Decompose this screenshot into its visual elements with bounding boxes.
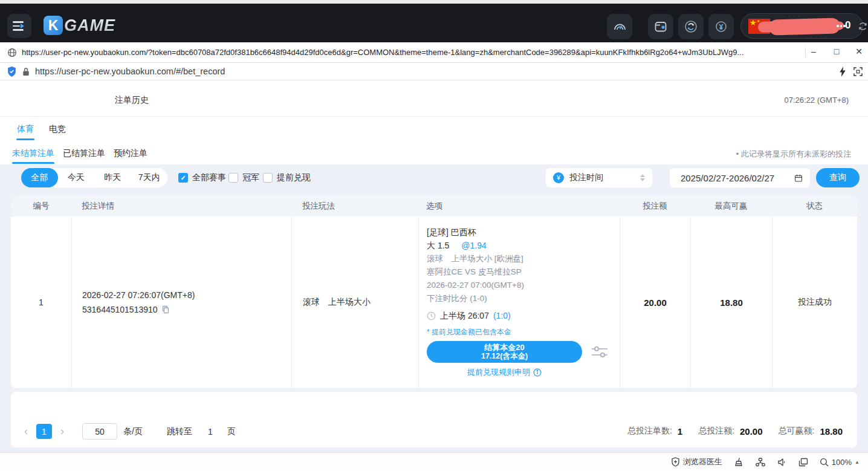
maximize-button[interactable]: □ bbox=[828, 47, 846, 56]
copy-icon[interactable] bbox=[161, 305, 170, 314]
cell-play: 滚球 上半场大小 bbox=[291, 216, 418, 388]
total-win-label: 总可赢额: bbox=[779, 426, 815, 437]
filter-today-button[interactable]: 今天 bbox=[58, 168, 95, 187]
app-topbar: K GAME ★ ★ 0 bbox=[0, 4, 868, 42]
cashout-button[interactable]: 结算本金20 17.12(含本金) bbox=[427, 341, 582, 363]
cashout-note: * 提前兑现金额已包含本金 bbox=[427, 327, 614, 337]
footer-card: ‹ 1 › 条/页 跳转至 1 页 总投注单数: 1 总投注额: 20.00 总… bbox=[11, 392, 857, 447]
cleaner-button[interactable] bbox=[734, 457, 743, 467]
option-odds: @1.94 bbox=[461, 239, 486, 252]
mute-tab-button[interactable] bbox=[777, 458, 787, 467]
live-period: 上半场 26:07 bbox=[440, 309, 489, 322]
header-maxwin: 最高可赢 bbox=[690, 195, 772, 216]
sort-arrows-icon bbox=[640, 174, 645, 181]
cascade-windows-button[interactable] bbox=[798, 458, 808, 467]
subtab-reserved[interactable]: 预约注单 bbox=[114, 148, 147, 159]
account-pill[interactable]: ★ ★ 0 bbox=[740, 13, 863, 39]
subtab-active-underline bbox=[12, 162, 54, 164]
next-page-button[interactable]: › bbox=[56, 425, 69, 438]
menu-toggle-button[interactable] bbox=[7, 14, 31, 38]
tab-esports[interactable]: 电竞 bbox=[49, 124, 66, 135]
cell-no: 1 bbox=[11, 216, 71, 388]
header-stake: 投注额 bbox=[620, 195, 690, 216]
balance-refresh-icon[interactable] bbox=[857, 21, 868, 34]
cashout-sliders-icon[interactable] bbox=[591, 345, 609, 359]
info-icon[interactable] bbox=[533, 368, 542, 377]
share-button[interactable] bbox=[755, 458, 766, 467]
caret-up-icon: ▲ bbox=[855, 460, 860, 465]
filter-yesterday-button[interactable]: 昨天 bbox=[94, 168, 131, 187]
pagination: ‹ 1 › 条/页 跳转至 1 页 bbox=[19, 423, 236, 440]
search-button[interactable]: 查询 bbox=[816, 168, 860, 187]
header-option: 选项 bbox=[418, 195, 620, 216]
tab-sports[interactable]: 体育 bbox=[17, 124, 34, 135]
checkbox-checked-icon: ✓ bbox=[178, 173, 188, 183]
per-page-label: 条/页 bbox=[123, 426, 143, 437]
calendar-icon bbox=[794, 173, 803, 183]
currency-exchange-button[interactable] bbox=[708, 14, 734, 39]
window-title-url: https://user-pc-new.youbaokun.com/?token… bbox=[22, 48, 743, 57]
current-page-button[interactable]: 1 bbox=[36, 424, 52, 439]
sort-by-select[interactable]: ¥ 投注时间 bbox=[546, 168, 652, 187]
header-no: 编号 bbox=[11, 195, 71, 216]
browser-titlebar: https://user-pc-new.youbaokun.com/?token… bbox=[0, 42, 868, 63]
wallet-button[interactable] bbox=[648, 14, 673, 39]
option-match: 塞阿拉CE VS 皮马维拉SP bbox=[427, 265, 614, 279]
sort-by-value: 投注时间 bbox=[569, 172, 635, 183]
filter-7days-button[interactable]: 7天内 bbox=[131, 168, 168, 187]
checkbox-champion[interactable]: 冠军 bbox=[228, 168, 259, 187]
minimize-button[interactable]: – bbox=[805, 47, 823, 56]
clock-icon bbox=[427, 311, 436, 320]
date-range-input[interactable] bbox=[681, 173, 794, 183]
table-row: 1 2026-02-27 07:26:07(GMT+8) 53164451015… bbox=[11, 216, 857, 388]
address-url[interactable]: https://user-pc-new.youbaokun.com/#/bet_… bbox=[35, 67, 225, 76]
record-note: • 此记录将显示所有未派彩的投注 bbox=[736, 149, 851, 160]
page-unit-label: 页 bbox=[227, 426, 236, 437]
live-score[interactable]: (1:0) bbox=[493, 309, 511, 322]
header-play: 投注玩法 bbox=[291, 195, 418, 216]
jump-to-label: 跳转至 bbox=[167, 426, 192, 437]
page-size-input[interactable] bbox=[82, 423, 117, 440]
browser-addressbar: https://user-pc-new.youbaokun.com/#/bet_… bbox=[0, 63, 868, 80]
filter-all-button[interactable]: 全部 bbox=[21, 168, 58, 187]
security-shield-icon[interactable] bbox=[7, 67, 16, 77]
prev-page-button[interactable]: ‹ bbox=[19, 425, 33, 438]
page-title: 注单历史 bbox=[115, 95, 149, 106]
total-count-value: 1 bbox=[678, 426, 682, 437]
page-clock: 07:26:22 (GMT+8) bbox=[784, 96, 849, 105]
broom-icon bbox=[734, 457, 743, 467]
fullscreen-icon[interactable] bbox=[853, 67, 863, 76]
cashout-rule-link[interactable]: 提前兑现规则申明 bbox=[427, 367, 582, 378]
checkbox-unchecked-icon bbox=[228, 173, 238, 183]
lightning-icon[interactable] bbox=[839, 67, 846, 77]
date-range-picker[interactable] bbox=[670, 168, 810, 187]
zoom-level: 100% bbox=[832, 458, 852, 467]
jump-page-value[interactable]: 1 bbox=[208, 427, 213, 437]
lock-icon[interactable] bbox=[22, 67, 30, 76]
windows-icon bbox=[798, 458, 808, 467]
live-support-button[interactable] bbox=[607, 14, 632, 39]
subtab-unsettled[interactable]: 未结算注单 bbox=[12, 148, 54, 159]
magnifier-icon bbox=[820, 458, 829, 467]
divider bbox=[0, 116, 868, 117]
bet-id: 5316445101513910 bbox=[82, 304, 158, 316]
kgame-logo[interactable]: K GAME bbox=[44, 16, 115, 35]
redacted-username bbox=[769, 18, 841, 35]
checkbox-cashout[interactable]: 提前兑现 bbox=[263, 168, 311, 187]
subtab-settled[interactable]: 已结算注单 bbox=[63, 148, 105, 159]
zoom-control[interactable]: 100% ▲ bbox=[820, 458, 860, 467]
cell-option: [足球] 巴西杯 大 1.5 @1.94 滚球 上半场大小 [欧洲盘] 塞阿拉C… bbox=[418, 216, 620, 388]
shield-plus-icon bbox=[671, 457, 680, 467]
logo-text: GAME bbox=[64, 16, 115, 35]
record-note-text: 此记录将显示所有未派彩的投注 bbox=[741, 149, 851, 158]
refresh-wallet-button[interactable] bbox=[678, 14, 704, 39]
refresh-circle-icon bbox=[684, 19, 698, 34]
browser-doctor-button[interactable]: 浏览器医生 bbox=[671, 456, 722, 467]
total-stake-value: 20.00 bbox=[740, 426, 763, 437]
close-button[interactable]: ✕ bbox=[850, 47, 868, 56]
bet-time: 2026-02-27 07:26:07(GMT+8) bbox=[82, 289, 291, 301]
speaker-icon bbox=[777, 458, 787, 467]
header-detail: 投注详情 bbox=[71, 195, 291, 216]
option-pick: 大 1.5 bbox=[427, 239, 449, 252]
checkbox-all-events[interactable]: ✓ 全部赛事 bbox=[178, 168, 226, 187]
